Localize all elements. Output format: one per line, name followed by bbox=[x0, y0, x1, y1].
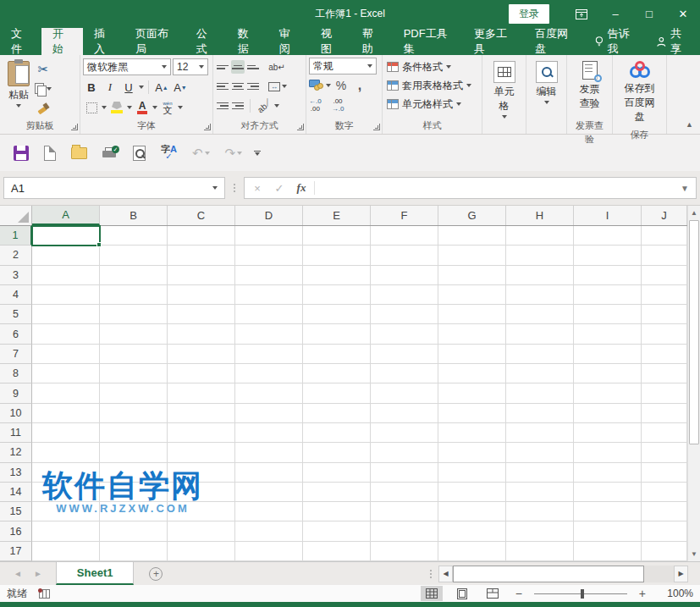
cell-I16[interactable] bbox=[574, 521, 642, 541]
row-header-15[interactable]: 15 bbox=[0, 502, 32, 521]
cell-G12[interactable] bbox=[438, 443, 506, 462]
cell-J5[interactable] bbox=[642, 305, 687, 324]
borders-caret-icon[interactable] bbox=[102, 106, 107, 109]
cell-I7[interactable] bbox=[574, 345, 642, 364]
zoom-slider-handle[interactable] bbox=[581, 589, 584, 599]
vertical-scrollbar[interactable]: ▲ ▼ bbox=[687, 206, 700, 561]
cell-H9[interactable] bbox=[506, 384, 574, 403]
cell-I4[interactable] bbox=[574, 285, 642, 305]
cell-D13[interactable] bbox=[235, 463, 303, 483]
column-header-F[interactable]: F bbox=[371, 206, 438, 225]
shrink-font-button[interactable]: A▼ bbox=[172, 79, 189, 96]
cell-G16[interactable] bbox=[438, 521, 506, 541]
cell-E1[interactable] bbox=[303, 226, 371, 246]
cell-C4[interactable] bbox=[168, 285, 235, 305]
ribbon-display-options-icon[interactable] bbox=[565, 0, 598, 28]
horizontal-scroll-thumb[interactable] bbox=[453, 566, 644, 582]
number-format-combo[interactable]: 常规 bbox=[309, 58, 377, 74]
cell-I14[interactable] bbox=[574, 483, 642, 502]
cell-J9[interactable] bbox=[642, 384, 687, 403]
cell-A17[interactable] bbox=[32, 542, 100, 561]
cell-F9[interactable] bbox=[371, 384, 438, 403]
zoom-level[interactable]: 100% bbox=[658, 588, 693, 599]
cell-H11[interactable] bbox=[506, 423, 574, 443]
cell-J14[interactable] bbox=[642, 483, 687, 502]
column-header-H[interactable]: H bbox=[506, 206, 574, 225]
cell-A12[interactable] bbox=[32, 443, 100, 462]
cell-D2[interactable] bbox=[235, 246, 303, 265]
prev-sheet-icon[interactable]: ◄ bbox=[14, 569, 22, 578]
tab-更多工具[interactable]: 更多工具 bbox=[463, 28, 524, 55]
customize-qat-button[interactable] bbox=[254, 151, 261, 156]
align-left-button[interactable] bbox=[216, 80, 229, 93]
column-header-A[interactable]: A bbox=[32, 206, 100, 225]
cell-A3[interactable] bbox=[32, 266, 100, 285]
cell-A14[interactable] bbox=[32, 483, 100, 502]
cell-D4[interactable] bbox=[235, 285, 303, 305]
vertical-scroll-thumb[interactable] bbox=[689, 220, 699, 444]
cell-D16[interactable] bbox=[235, 521, 303, 541]
tell-me-button[interactable]: 告诉我 bbox=[585, 28, 647, 55]
expand-formula-bar-icon[interactable]: ▼ bbox=[674, 184, 696, 193]
italic-button[interactable]: I bbox=[102, 79, 119, 96]
cell-I10[interactable] bbox=[574, 404, 642, 423]
row-header-12[interactable]: 12 bbox=[0, 443, 32, 462]
row-header-9[interactable]: 9 bbox=[0, 384, 32, 403]
cell-F10[interactable] bbox=[371, 404, 438, 423]
cell-E15[interactable] bbox=[303, 502, 371, 521]
cell-C11[interactable] bbox=[168, 423, 235, 443]
cell-H3[interactable] bbox=[506, 266, 574, 285]
increase-indent-button[interactable] bbox=[231, 99, 245, 113]
cell-H6[interactable] bbox=[506, 324, 574, 344]
zoom-out-button[interactable]: − bbox=[512, 587, 526, 600]
cell-J4[interactable] bbox=[642, 285, 687, 305]
cell-H1[interactable] bbox=[506, 226, 574, 246]
select-all-button[interactable] bbox=[0, 206, 32, 225]
font-dialog-launcher[interactable] bbox=[204, 124, 211, 130]
cell-I6[interactable] bbox=[574, 324, 642, 344]
cell-E17[interactable] bbox=[303, 542, 371, 561]
cell-F5[interactable] bbox=[371, 305, 438, 324]
cell-G6[interactable] bbox=[438, 324, 506, 344]
paste-button[interactable]: 粘贴 bbox=[3, 58, 35, 119]
cell-D9[interactable] bbox=[235, 384, 303, 403]
cell-I5[interactable] bbox=[574, 305, 642, 324]
cell-F7[interactable] bbox=[371, 345, 438, 364]
cell-I13[interactable] bbox=[574, 463, 642, 483]
save-button[interactable] bbox=[10, 142, 32, 164]
cell-F17[interactable] bbox=[371, 542, 438, 561]
row-header-6[interactable]: 6 bbox=[0, 324, 32, 344]
copy-icon[interactable] bbox=[35, 80, 52, 97]
cell-D14[interactable] bbox=[235, 483, 303, 502]
cell-E8[interactable] bbox=[303, 364, 371, 384]
cell-I17[interactable] bbox=[574, 542, 642, 561]
cell-G9[interactable] bbox=[438, 384, 506, 403]
row-header-7[interactable]: 7 bbox=[0, 345, 32, 364]
close-button[interactable]: ✕ bbox=[666, 0, 700, 28]
scroll-up-icon[interactable]: ▲ bbox=[688, 206, 700, 220]
cell-C15[interactable] bbox=[168, 502, 235, 521]
sheet-tab-sheet1[interactable]: Sheet1 bbox=[56, 562, 135, 585]
align-center-button[interactable] bbox=[231, 80, 245, 93]
cell-A10[interactable] bbox=[32, 404, 100, 423]
row-header-10[interactable]: 10 bbox=[0, 404, 32, 423]
font-name-combo[interactable]: 微软雅黑 bbox=[83, 58, 171, 75]
confirm-entry-icon[interactable]: ✓ bbox=[268, 182, 290, 195]
spelling-button[interactable]: 字A✓ bbox=[157, 141, 180, 164]
cut-icon[interactable]: ✂ bbox=[35, 61, 52, 78]
cell-E10[interactable] bbox=[303, 404, 371, 423]
cell-G17[interactable] bbox=[438, 542, 506, 561]
macro-record-icon[interactable] bbox=[39, 589, 50, 599]
cell-C6[interactable] bbox=[168, 324, 235, 344]
cell-I1[interactable] bbox=[574, 226, 642, 246]
accounting-caret-icon[interactable] bbox=[326, 84, 331, 87]
cell-F2[interactable] bbox=[371, 246, 438, 265]
percent-style-button[interactable]: % bbox=[333, 77, 350, 94]
fill-color-button[interactable] bbox=[108, 99, 125, 116]
merge-caret-icon[interactable] bbox=[282, 85, 287, 88]
cell-B13[interactable] bbox=[100, 463, 168, 483]
tab-数据[interactable]: 数据 bbox=[227, 28, 268, 55]
cell-A16[interactable] bbox=[32, 521, 100, 541]
cell-B4[interactable] bbox=[100, 285, 168, 305]
fill-handle[interactable] bbox=[96, 242, 102, 247]
